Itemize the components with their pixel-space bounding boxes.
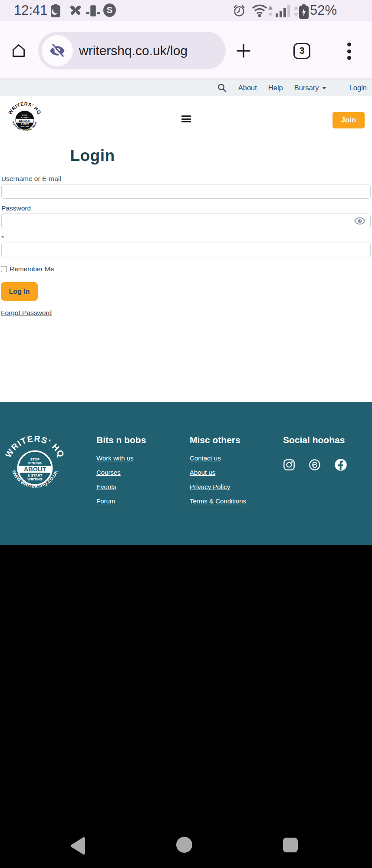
browser-toolbar: writershq.co.uk/log 3 <box>0 21 372 79</box>
battery-percent-text: 52% <box>310 3 337 18</box>
back-icon[interactable] <box>69 837 86 855</box>
remember-me-checkbox[interactable] <box>1 266 7 272</box>
password-label: Password <box>1 204 31 212</box>
extra-field-label: * <box>1 234 4 242</box>
footer-column-title: Bits n bobs <box>96 435 146 445</box>
recents-icon[interactable] <box>283 838 298 852</box>
username-input[interactable] <box>1 184 371 199</box>
svg-text:& START: & START <box>28 473 43 477</box>
footer-column-bits-n-bobs: Bits n bobs Work with us Courses Events … <box>96 435 146 512</box>
username-label: Username or E-mail <box>1 175 61 183</box>
s-app-icon: S <box>103 3 116 17</box>
footer-column-title: Social hoohas <box>283 435 347 445</box>
nav-item-about[interactable]: About <box>238 84 257 92</box>
social-icons-row <box>283 458 347 471</box>
home-icon[interactable] <box>10 43 27 59</box>
footer-link-events[interactable]: Events <box>96 483 146 490</box>
phone-screen: 12:41 S <box>0 0 372 868</box>
android-navigation-bar <box>0 833 372 859</box>
footer-link-work-with-us[interactable]: Work with us <box>96 455 146 461</box>
battery-saver-icon <box>50 4 61 17</box>
butterfly-icon <box>69 4 82 17</box>
svg-text:WRITING: WRITING <box>20 125 29 128</box>
footer-link-forum[interactable]: Forum <box>96 498 146 504</box>
footer-link-contact-us[interactable]: Contact us <box>190 455 246 461</box>
phone-dock-icon <box>85 4 101 18</box>
kebab-menu-icon[interactable] <box>346 43 352 60</box>
join-button[interactable]: Join <box>332 112 365 128</box>
site-info-badge[interactable] <box>42 35 73 66</box>
home-circle-icon[interactable] <box>176 837 192 853</box>
footer-link-courses[interactable]: Courses <box>96 469 146 476</box>
svg-text:& START: & START <box>21 123 29 125</box>
empty-page-region <box>0 545 372 868</box>
url-text[interactable]: writershq.co.uk/log <box>79 43 188 58</box>
facebook-icon[interactable] <box>334 458 347 471</box>
footer-column-misc-others: Misc others Contact us About us Privacy … <box>190 435 246 512</box>
threads-icon[interactable] <box>309 459 321 471</box>
footer-link-privacy-policy[interactable]: Privacy Policy <box>190 483 246 490</box>
site-footer: WRITERS' HQ WWW.WRITERSHQ.CO.UK STOP F**… <box>0 402 372 545</box>
alarm-icon <box>232 4 246 18</box>
page-title: Login <box>56 147 129 165</box>
wifi-icon <box>252 4 267 18</box>
battery-charging-icon <box>299 4 309 20</box>
svg-text:F**KING: F**KING <box>28 461 42 465</box>
writers-hq-logo[interactable]: WRITERS' HQ WWW.WRITERSHQ.CO.UK STOP F**… <box>7 102 42 137</box>
instagram-icon[interactable] <box>283 459 295 471</box>
remember-me-label: Remember Me <box>10 265 54 273</box>
footer-column-title: Misc others <box>190 435 246 445</box>
footer-column-social: Social hoohas <box>283 435 347 471</box>
search-icon[interactable] <box>217 83 227 93</box>
site-header: WRITERS' HQ WWW.WRITERSHQ.CO.UK STOP F**… <box>0 96 372 143</box>
footer-link-terms-conditions[interactable]: Terms & Conditions <box>190 498 246 504</box>
eye-off-icon <box>49 42 66 59</box>
svg-text:F**KING: F**KING <box>21 116 29 118</box>
url-bar[interactable]: writershq.co.uk/log <box>38 32 226 69</box>
chevron-down-icon <box>322 87 326 89</box>
site-top-nav: About Help Bursary Login <box>0 79 372 96</box>
hamburger-icon[interactable] <box>181 115 191 122</box>
wifi-activity-arrows-icon <box>268 4 273 19</box>
show-password-eye-icon[interactable] <box>354 217 365 225</box>
svg-text:ABOUT: ABOUT <box>24 466 46 473</box>
new-tab-plus-icon[interactable] <box>234 42 253 60</box>
remember-me-row: Remember Me <box>1 265 54 273</box>
log-in-button[interactable]: Log In <box>1 282 38 301</box>
data-activity-arrows-icon <box>293 4 299 19</box>
nav-divider <box>338 84 338 92</box>
svg-text:WRITING: WRITING <box>27 477 43 481</box>
svg-text:STOP: STOP <box>30 457 40 461</box>
svg-text:STOP: STOP <box>22 114 27 116</box>
extra-input[interactable] <box>1 243 371 257</box>
clock-text: 12:41 <box>14 3 48 18</box>
nav-item-help[interactable]: Help <box>268 84 283 92</box>
signal-icon <box>275 4 292 18</box>
tab-switcher-button[interactable]: 3 <box>293 43 310 59</box>
svg-text:ABOUT: ABOUT <box>19 119 31 123</box>
nav-item-login[interactable]: Login <box>349 84 367 92</box>
writers-hq-footer-logo: WRITERS' HQ WWW.WRITERSHQ.CO.UK STOP F**… <box>3 435 66 498</box>
nav-item-bursary[interactable]: Bursary <box>294 84 326 92</box>
status-bar: 12:41 S <box>0 0 372 21</box>
password-input[interactable] <box>1 214 371 228</box>
footer-link-about-us[interactable]: About us <box>190 469 246 476</box>
forgot-password-link[interactable]: Forgot Password <box>1 309 52 317</box>
